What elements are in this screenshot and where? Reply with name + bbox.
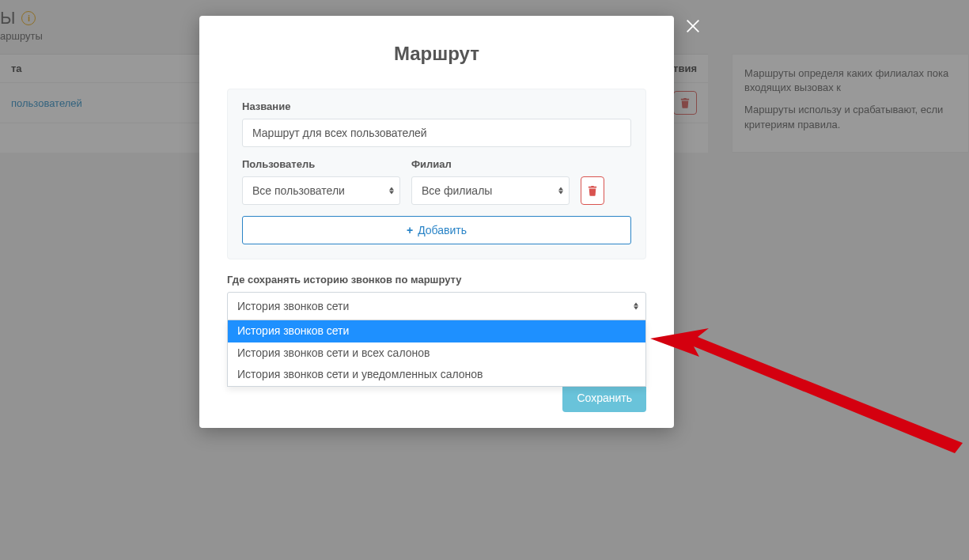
add-button-label: Добавить (418, 224, 467, 236)
chevron-sort-icon (389, 187, 394, 195)
name-input[interactable] (242, 119, 631, 147)
route-modal: Маршрут Название Пользователь Все пользо… (199, 16, 674, 428)
history-option[interactable]: История звонков сети и всех салонов (228, 342, 645, 365)
history-option[interactable]: История звонков сети (228, 320, 645, 342)
close-icon (684, 17, 702, 35)
save-button[interactable]: Сохранить (562, 384, 646, 412)
modal-title: Маршрут (199, 16, 674, 89)
user-select-value: Все пользователи (252, 184, 345, 197)
history-option[interactable]: История звонков сети и уведомленных сало… (228, 364, 645, 386)
route-base-section: Название Пользователь Все пользователи Ф… (227, 89, 646, 259)
history-select[interactable]: История звонков сети (227, 292, 646, 320)
chevron-sort-icon (558, 187, 563, 195)
user-label: Пользователь (242, 158, 400, 170)
history-dropdown: История звонков сети История звонков сет… (227, 320, 646, 387)
branch-label: Филиал (411, 158, 570, 170)
trash-icon (588, 185, 597, 196)
add-rule-button[interactable]: + Добавить (242, 216, 631, 244)
plus-icon: + (407, 224, 413, 236)
history-select-value: История звонков сети (237, 300, 349, 312)
branch-select-value: Все филиалы (422, 184, 492, 197)
name-label: Название (242, 100, 631, 112)
close-button[interactable] (684, 17, 702, 38)
user-select[interactable]: Все пользователи (242, 176, 400, 205)
branch-select[interactable]: Все филиалы (411, 176, 570, 205)
history-label: Где сохранять историю звонков по маршрут… (227, 274, 646, 286)
remove-rule-button[interactable] (581, 176, 604, 205)
chevron-sort-icon (634, 303, 638, 310)
